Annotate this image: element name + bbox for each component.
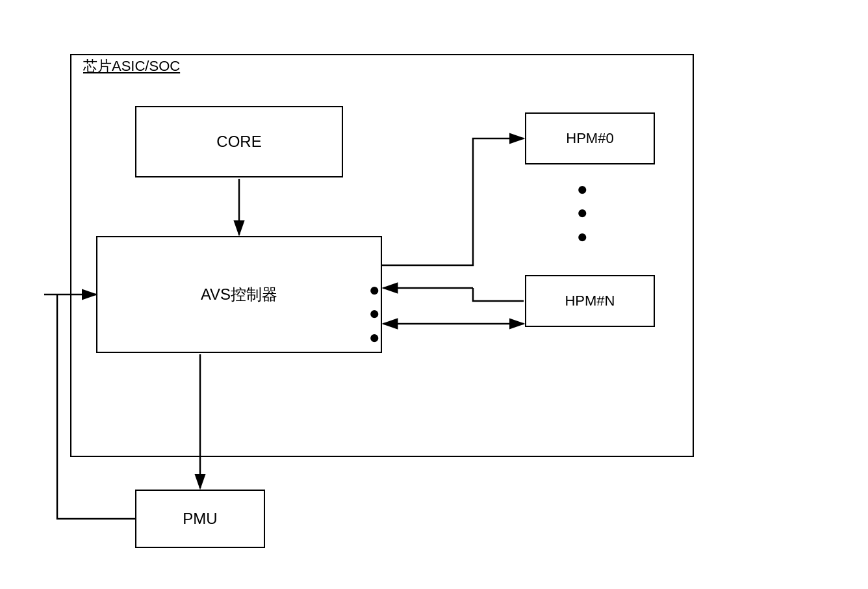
core-label: CORE bbox=[216, 133, 261, 151]
chip-label: 芯片ASIC/SOC bbox=[83, 57, 180, 76]
avs-label: AVS控制器 bbox=[201, 284, 277, 305]
hpmn-label: HPM#N bbox=[565, 293, 615, 309]
hpm0-label: HPM#0 bbox=[566, 130, 613, 147]
hpm0-box: HPM#0 bbox=[525, 112, 655, 164]
diagram-container: 芯片ASIC/SOC CORE AVS控制器 HPM#0 HPM#N PMU ●… bbox=[44, 28, 824, 561]
pmu-label: PMU bbox=[183, 510, 217, 528]
hpmn-box: HPM#N bbox=[525, 275, 655, 327]
core-box: CORE bbox=[135, 106, 343, 177]
avs-box: AVS控制器 bbox=[96, 236, 382, 353]
hpm-dots: ●●● bbox=[577, 177, 588, 248]
pmu-box: PMU bbox=[135, 490, 265, 548]
avs-dots: ●●● bbox=[369, 278, 380, 349]
